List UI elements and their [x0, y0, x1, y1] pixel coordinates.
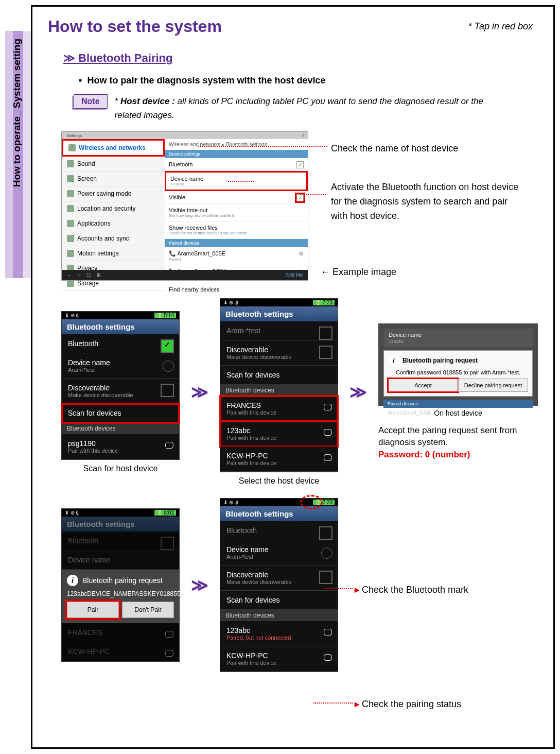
pairing-dialog: iBluetooth pairing request Confirm passw…: [383, 350, 533, 397]
section-header: Bluetooth devices: [220, 385, 338, 396]
device-row[interactable]: KCW-HP-PCPair with this device🖵: [220, 646, 338, 672]
device-row: KCW-HP-PC🖵: [62, 642, 179, 661]
list-item[interactable]: Scan for devices: [62, 404, 179, 423]
settings-nav-item[interactable]: Applications: [62, 216, 165, 231]
anno-bt-mark: ▸ Check the Bluetooth mark: [355, 583, 468, 597]
settings-row[interactable]: Visible time-outSet how long device will…: [165, 204, 308, 221]
callout-line: [324, 588, 353, 589]
page-frame: How to set the system * Tap in red box ≫…: [31, 5, 555, 749]
list-item[interactable]: DiscoverableMake device discoverable: [220, 340, 338, 366]
device-row: FRANCES🖵: [62, 623, 179, 642]
callout-line: [313, 702, 353, 704]
anno-check-name: Check the name of host device: [331, 142, 458, 156]
nav-icon: [67, 205, 74, 212]
nav-icon: [67, 190, 74, 197]
tablet-content: Wireless and networks ▸ Bluetooth settin…: [165, 139, 308, 270]
settings-nav-item[interactable]: Motion settings: [62, 246, 165, 261]
anno-example: ← Example image: [321, 265, 396, 280]
phone-caption: Scan for host device: [83, 464, 158, 473]
device-row[interactable]: FRANCESPair with this device🖵: [220, 396, 338, 421]
settings-row[interactable]: Bluetooth✓: [165, 158, 308, 171]
list-item: Device name: [62, 551, 179, 570]
nav-icon: [67, 280, 74, 287]
host-screenshot: Device name123abc iBluetooth pairing req…: [378, 323, 538, 406]
anno-pair-status: ▸ Check the pairing status: [355, 697, 461, 712]
phone-screenshot-1: ⬇ ⊕ ψ🔋 5:14Bluetooth settingsBluetooth✓D…: [61, 311, 180, 460]
list-item[interactable]: Device nameAram-*test: [220, 540, 338, 566]
note-badge: Note: [74, 94, 108, 109]
tap-hint: * Tap in red box: [468, 21, 533, 32]
list-item[interactable]: Device nameAram-*test: [62, 353, 179, 379]
side-tab-text: How to operate_ System setting: [11, 39, 23, 187]
accept-button[interactable]: Accept: [388, 379, 458, 392]
section-header: Device settings: [165, 150, 308, 158]
checkbox-icon: [319, 327, 332, 340]
phone-caption: Select the host device: [239, 476, 320, 486]
checkbox-on-icon[interactable]: ✓: [161, 339, 174, 353]
paired-device-row[interactable]: 📞 AramoSmart_005EPaired⚙: [165, 247, 308, 265]
callout-line: [228, 181, 254, 182]
decline-button[interactable]: Decline pairing request: [458, 379, 528, 392]
device-icon: 🖵: [323, 402, 332, 413]
list-item[interactable]: DiscoverableMake device discoverable: [220, 566, 338, 591]
accept-text: Accept the paring request sent from diag…: [378, 424, 538, 461]
tablet-screenshot: Settings Wireless and networksSoundScree…: [61, 131, 308, 281]
info-icon: i: [67, 575, 78, 586]
device-icon: 🖵: [323, 453, 332, 464]
list-item[interactable]: DiscoverableMake device discoverable: [62, 379, 179, 404]
phone-screenshot-4: ⬇ ⊕ ψ🔋 7:23Bluetooth settingsBluetoothDe…: [220, 498, 338, 672]
arrow-icon: ≫: [191, 575, 208, 595]
dropdown-icon[interactable]: [163, 361, 174, 372]
nav-icon: [67, 250, 74, 257]
device-row[interactable]: 123abcPaired, but not connected🖵: [220, 621, 338, 646]
nav-icon: [67, 235, 74, 242]
section-header: Bluetooth devices: [62, 423, 179, 434]
phone-header: Bluetooth settings: [62, 319, 179, 334]
device-icon: 🖵: [165, 440, 174, 451]
device-icon: 🖵: [323, 427, 332, 438]
section-header: Bluetooth devices: [220, 610, 338, 621]
subsection-title: ≫ Bluetooth Pairing: [63, 52, 538, 65]
settings-nav-item[interactable]: Power saving mode: [62, 186, 165, 201]
page-title: How to set the system: [48, 17, 538, 36]
device-row[interactable]: psg1190Pair with this device🖵: [62, 434, 179, 459]
nav-icon: [68, 144, 76, 151]
settings-nav-item[interactable]: Wireless and networks: [62, 139, 165, 157]
device-icon: 🖵: [323, 653, 332, 663]
callout-line: [300, 194, 326, 195]
arrow-icon: ≫: [349, 382, 367, 402]
settings-nav-item[interactable]: Screen: [62, 172, 165, 186]
settings-row[interactable]: Visible✓: [165, 191, 308, 204]
checkbox-icon[interactable]: [161, 384, 174, 397]
checkbox-icon[interactable]: [319, 571, 332, 584]
list-item: Bluetooth: [220, 521, 338, 540]
device-row[interactable]: 123abcPair with this device🖵: [220, 421, 338, 447]
pair-button[interactable]: Pair: [67, 602, 119, 618]
nav-icon: [67, 160, 74, 167]
pairing-dialog: iBluetooth pairing request123abcDEVICE_N…: [62, 570, 179, 623]
list-item[interactable]: Scan for devices: [220, 366, 338, 385]
checkbox-icon[interactable]: [319, 346, 332, 359]
section-header: Paired devices: [165, 239, 308, 247]
bullet-heading: How to pair the diagnosis system with th…: [79, 75, 538, 86]
phone-header: Bluetooth settings: [62, 517, 179, 532]
phone-screenshot-2: ⬇ ⊕ ψ🔋 7:23Bluetooth settingsAram-*testD…: [220, 298, 338, 472]
checkbox-icon[interactable]: ✓: [296, 161, 304, 168]
list-item[interactable]: Scan for devices: [220, 591, 338, 610]
anno-activate: Activate the Bluetooth function on host …: [331, 180, 527, 224]
settings-nav-item[interactable]: Accounts and sync: [62, 231, 165, 246]
list-item[interactable]: Bluetooth✓: [62, 334, 179, 353]
list-item: Bluetooth: [62, 532, 179, 551]
device-row[interactable]: KCW-HP-PCPair with this device🖵: [220, 447, 338, 472]
info-icon: i: [388, 355, 399, 366]
phone-screenshot-3: ⬇ ⊕ ψ🔋 8:02Bluetooth settingsBluetoothDe…: [61, 508, 180, 662]
dont-pair-button[interactable]: Don't Pair: [122, 602, 174, 618]
list-item: Aram-*test: [220, 321, 338, 340]
settings-nav-item[interactable]: Sound: [62, 157, 165, 172]
checkbox-icon[interactable]: ✓: [296, 194, 304, 201]
phone-header: Bluetooth settings: [220, 506, 338, 521]
settings-row[interactable]: Show received filesShow the list of file…: [165, 221, 308, 239]
nav-icon: [67, 175, 74, 182]
settings-nav-item[interactable]: Location and security: [62, 201, 165, 216]
find-devices[interactable]: Find nearby devices: [165, 283, 308, 296]
